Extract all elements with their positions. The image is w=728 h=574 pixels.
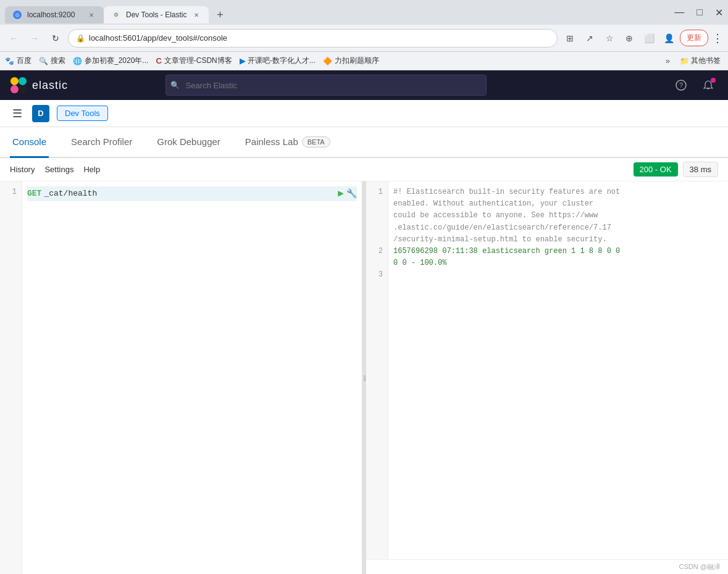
bookmark-baidu-label: 百度 xyxy=(17,56,31,66)
close-icon[interactable]: ✕ xyxy=(715,7,723,19)
footer-note: CSDN @融泽 xyxy=(366,559,728,574)
tab2-close[interactable]: ✕ xyxy=(191,10,201,20)
elastic-app: elastic ? ☰ D Dev Tools Console Search xyxy=(0,70,728,574)
dev-tools-tabs: Console Search Profiler Grok Debugger Pa… xyxy=(0,127,728,158)
bookmark-leetcode-icon: 🔶 xyxy=(323,57,332,65)
output-ln-1c xyxy=(366,210,388,222)
bookmark-leetcode[interactable]: 🔶 力扣刷题顺序 xyxy=(323,56,379,66)
app-nav: ☰ D Dev Tools xyxy=(0,100,728,127)
window-controls: — □ ✕ xyxy=(674,7,723,19)
bookmark-search[interactable]: 🔍 搜索 xyxy=(39,56,65,66)
elastic-header: elastic ? xyxy=(0,70,728,100)
svg-text:?: ? xyxy=(679,81,683,89)
wrench-button[interactable]: 🔧 xyxy=(346,188,357,201)
profile-icon[interactable]: 👤 xyxy=(660,30,677,47)
code-line-1[interactable]: GET _cat/health ▶ 🔧 xyxy=(27,186,357,201)
notification-dot xyxy=(711,78,716,83)
run-button[interactable]: ▶ xyxy=(338,186,344,201)
elastic-header-right: ? xyxy=(671,75,718,95)
folder-icon: 📁 xyxy=(680,57,689,65)
bookmark-csdn-label: 文章管理-CSDN博客 xyxy=(164,56,232,66)
bookmark-search-icon: 🔍 xyxy=(39,57,48,65)
bookmark-contest[interactable]: 🌐 参加初赛_2020年... xyxy=(73,56,148,66)
translate-icon[interactable]: ⊞ xyxy=(561,30,579,47)
output-line-1e: /security-minimal-setup.html to enable s… xyxy=(393,234,723,246)
history-button[interactable]: History xyxy=(10,162,35,177)
tab2-favicon: ⚙ xyxy=(111,10,121,20)
tab1-favicon: G xyxy=(12,10,22,20)
bookmark-baidu-icon: 🐾 xyxy=(5,57,14,65)
bookmark-baidu[interactable]: 🐾 百度 xyxy=(5,56,31,66)
elastic-logo[interactable]: elastic xyxy=(10,77,68,94)
tab-console[interactable]: Console xyxy=(10,127,49,158)
output-text-2: 1657696298 07:11:38 elasticsearch green … xyxy=(393,247,620,256)
elastic-search-input[interactable] xyxy=(165,75,487,96)
output-line-numbers: 1 2 3 xyxy=(366,181,388,559)
elastic-logo-text: elastic xyxy=(32,79,68,92)
status-badge: 200 - OK xyxy=(634,162,678,177)
settings-button[interactable]: Settings xyxy=(44,162,73,177)
extensions-icon[interactable]: ⊕ xyxy=(621,30,638,47)
output-line-1d: .elastic.co/guide/en/elasticsearch/refer… xyxy=(393,222,723,234)
elastic-search-wrapper xyxy=(165,75,487,96)
breadcrumb[interactable]: Dev Tools xyxy=(57,106,108,121)
svg-text:G: G xyxy=(15,12,19,18)
tab-search-profiler-label: Search Profiler xyxy=(71,136,132,147)
tab-search-profiler[interactable]: Search Profiler xyxy=(69,127,135,158)
address-bar[interactable]: 🔒 localhost:5601/app/dev_tools#/console xyxy=(68,29,558,48)
lock-icon: 🔒 xyxy=(76,34,85,43)
bookmark-leetcode-label: 力扣刷题顺序 xyxy=(335,56,379,66)
back-button[interactable]: ← xyxy=(5,30,22,47)
bookmark-kaikeba[interactable]: ▶ 开课吧-数字化人才... xyxy=(240,56,316,66)
browser-tab-2[interactable]: ⚙ Dev Tools - Elastic ✕ xyxy=(104,6,209,23)
output-ln-2: 2 xyxy=(366,246,388,257)
http-method: GET xyxy=(27,188,41,200)
svg-text:⚙: ⚙ xyxy=(114,12,119,18)
minimize-icon[interactable]: — xyxy=(674,7,684,19)
new-tab-button[interactable]: + xyxy=(211,6,228,23)
output-panel: 1 2 3 #! Elasticsearch built-in security… xyxy=(366,181,728,574)
tab-grok-debugger[interactable]: Grok Debugger xyxy=(154,127,223,158)
output-line-1: #! Elasticsearch built-in security featu… xyxy=(393,186,723,198)
bookmark-csdn[interactable]: C 文章管理-CSDN博客 xyxy=(156,56,232,66)
browser-tab-1[interactable]: G localhost:9200 ✕ xyxy=(5,6,104,23)
menu-button[interactable]: ⋮ xyxy=(712,31,723,45)
bookmark-icon[interactable]: ☆ xyxy=(601,30,618,47)
tab-search-icon[interactable]: ⬜ xyxy=(640,30,658,47)
forward-button[interactable]: → xyxy=(26,30,43,47)
share-icon[interactable]: ↗ xyxy=(581,30,598,47)
notifications-icon[interactable] xyxy=(698,75,718,95)
time-badge: 38 ms xyxy=(683,162,718,177)
editor-line-numbers: 1 xyxy=(0,181,22,574)
output-line-2b: 0 0 - 100.0% xyxy=(393,257,723,269)
code-content[interactable]: GET _cat/health ▶ 🔧 xyxy=(22,181,362,574)
update-button[interactable]: 更新 xyxy=(680,30,708,46)
folder-label: 其他书签 xyxy=(691,56,721,66)
tab2-title: Dev Tools - Elastic xyxy=(126,10,186,19)
bookmarks-more[interactable]: » xyxy=(666,56,670,65)
tab1-close[interactable]: ✕ xyxy=(86,10,96,20)
tab-grok-debugger-label: Grok Debugger xyxy=(157,136,220,147)
editor-panel: 1 GET _cat/health ▶ 🔧 xyxy=(0,181,362,574)
reload-button[interactable]: ↻ xyxy=(47,30,64,47)
tab-painless-lab-label: Painless Lab xyxy=(245,136,298,147)
bookmark-folder-other[interactable]: 📁 其他书签 xyxy=(677,54,723,67)
help-button[interactable]: Help xyxy=(83,162,100,177)
bookmark-contest-label: 参加初赛_2020年... xyxy=(85,56,148,66)
user-avatar[interactable]: D xyxy=(32,105,49,122)
svg-point-6 xyxy=(10,85,19,93)
bookmark-kaikeba-label: 开课吧-数字化人才... xyxy=(248,56,316,66)
svg-point-4 xyxy=(10,77,19,85)
output-line-1b: enabled. Without authentication, your cl… xyxy=(393,198,723,210)
output-ln-1: 1 xyxy=(366,186,388,198)
output-line-2: 1657696298 07:11:38 elasticsearch green … xyxy=(393,246,723,257)
maximize-icon[interactable]: □ xyxy=(697,7,703,19)
help-icon[interactable]: ? xyxy=(671,75,691,95)
code-area: 1 GET _cat/health ▶ 🔧 xyxy=(0,181,362,574)
output-text-2b: 0 0 - 100.0% xyxy=(393,259,446,267)
tab-painless-lab[interactable]: Painless Lab BETA xyxy=(243,127,333,158)
elastic-logo-icon xyxy=(10,77,27,94)
output-area: 1 2 3 #! Elasticsearch built-in security… xyxy=(366,181,728,559)
hamburger-button[interactable]: ☰ xyxy=(10,104,25,123)
output-ln-1b xyxy=(366,198,388,210)
